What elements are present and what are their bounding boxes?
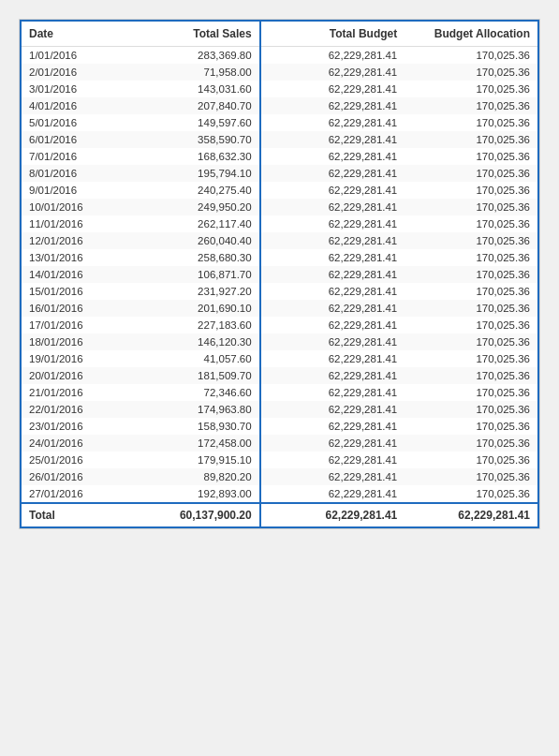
cell-total-sales: 249,950.20 xyxy=(126,199,260,215)
table-row: 23/01/2016158,930.7062,229,281.41170,025… xyxy=(21,418,538,435)
cell-total-sales: 258,680.30 xyxy=(126,249,260,266)
cell-budget-allocation: 170,025.36 xyxy=(405,384,538,401)
cell-date: 26/01/2016 xyxy=(21,468,126,485)
cell-date: 3/01/2016 xyxy=(21,81,126,97)
cell-total-budget: 62,229,281.41 xyxy=(260,468,405,485)
cell-total-budget: 62,229,281.41 xyxy=(260,334,405,350)
cell-budget-allocation: 170,025.36 xyxy=(405,165,538,182)
cell-budget-allocation: 170,025.36 xyxy=(405,452,538,468)
cell-budget-allocation: 170,025.36 xyxy=(405,468,538,485)
header-budget-allocation: Budget Allocation xyxy=(405,21,538,47)
header-date: Date xyxy=(21,21,126,47)
table-row: 5/01/2016149,597.6062,229,281.41170,025.… xyxy=(21,114,538,131)
cell-total-budget: 62,229,281.41 xyxy=(260,367,405,384)
cell-date: 16/01/2016 xyxy=(21,300,126,317)
cell-total-budget: 62,229,281.41 xyxy=(260,64,405,81)
table-row: 14/01/2016106,871.7062,229,281.41170,025… xyxy=(21,266,538,283)
cell-total-budget: 62,229,281.41 xyxy=(260,97,405,114)
footer-label: Total xyxy=(21,503,126,527)
table-row: 25/01/2016179,915.1062,229,281.41170,025… xyxy=(21,452,538,468)
cell-budget-allocation: 170,025.36 xyxy=(405,334,538,350)
cell-total-sales: 240,275.40 xyxy=(126,182,260,199)
table-row: 8/01/2016195,794.1062,229,281.41170,025.… xyxy=(21,165,538,182)
cell-date: 27/01/2016 xyxy=(21,485,126,503)
cell-total-sales: 195,794.10 xyxy=(126,165,260,182)
table-row: 11/01/2016262,117.4062,229,281.41170,025… xyxy=(21,215,538,232)
cell-total-sales: 179,915.10 xyxy=(126,452,260,468)
cell-total-sales: 143,031.60 xyxy=(126,81,260,97)
cell-total-sales: 146,120.30 xyxy=(126,334,260,350)
cell-budget-allocation: 170,025.36 xyxy=(405,232,538,249)
cell-total-budget: 62,229,281.41 xyxy=(260,485,405,503)
table-row: 9/01/2016240,275.4062,229,281.41170,025.… xyxy=(21,182,538,199)
cell-date: 23/01/2016 xyxy=(21,418,126,435)
cell-total-sales: 41,057.60 xyxy=(126,350,260,367)
cell-date: 25/01/2016 xyxy=(21,452,126,468)
cell-budget-allocation: 170,025.36 xyxy=(405,114,538,131)
cell-total-budget: 62,229,281.41 xyxy=(260,283,405,300)
cell-total-budget: 62,229,281.41 xyxy=(260,266,405,283)
table-row: 17/01/2016227,183.6062,229,281.41170,025… xyxy=(21,317,538,334)
table-row: 15/01/2016231,927.2062,229,281.41170,025… xyxy=(21,283,538,300)
cell-total-sales: 231,927.20 xyxy=(126,283,260,300)
footer-total-budget: 62,229,281.41 xyxy=(260,503,405,527)
cell-date: 9/01/2016 xyxy=(21,182,126,199)
cell-budget-allocation: 170,025.36 xyxy=(405,435,538,452)
cell-total-sales: 192,893.00 xyxy=(126,485,260,503)
table-header-row: Date Total Sales Total Budget Budget All… xyxy=(21,21,538,47)
cell-date: 4/01/2016 xyxy=(21,97,126,114)
table-row: 21/01/201672,346.6062,229,281.41170,025.… xyxy=(21,384,538,401)
cell-total-sales: 260,040.40 xyxy=(126,232,260,249)
cell-budget-allocation: 170,025.36 xyxy=(405,401,538,418)
cell-date: 14/01/2016 xyxy=(21,266,126,283)
cell-budget-allocation: 170,025.36 xyxy=(405,47,538,65)
table-row: 10/01/2016249,950.2062,229,281.41170,025… xyxy=(21,199,538,215)
cell-total-budget: 62,229,281.41 xyxy=(260,435,405,452)
cell-budget-allocation: 170,025.36 xyxy=(405,131,538,148)
cell-total-sales: 262,117.40 xyxy=(126,215,260,232)
table-row: 26/01/201689,820.2062,229,281.41170,025.… xyxy=(21,468,538,485)
cell-total-budget: 62,229,281.41 xyxy=(260,81,405,97)
cell-total-budget: 62,229,281.41 xyxy=(260,131,405,148)
cell-total-sales: 72,346.60 xyxy=(126,384,260,401)
cell-date: 13/01/2016 xyxy=(21,249,126,266)
cell-total-budget: 62,229,281.41 xyxy=(260,232,405,249)
cell-total-sales: 71,958.00 xyxy=(126,64,260,81)
cell-total-budget: 62,229,281.41 xyxy=(260,114,405,131)
cell-total-sales: 358,590.70 xyxy=(126,131,260,148)
cell-total-sales: 174,963.80 xyxy=(126,401,260,418)
cell-date: 19/01/2016 xyxy=(21,350,126,367)
cell-total-budget: 62,229,281.41 xyxy=(260,215,405,232)
table-row: 13/01/2016258,680.3062,229,281.41170,025… xyxy=(21,249,538,266)
cell-total-sales: 89,820.20 xyxy=(126,468,260,485)
table-footer-row: Total 60,137,900.20 62,229,281.41 62,229… xyxy=(21,503,538,527)
cell-date: 2/01/2016 xyxy=(21,64,126,81)
table-row: 1/01/2016283,369.8062,229,281.41170,025.… xyxy=(21,47,538,65)
cell-total-budget: 62,229,281.41 xyxy=(260,401,405,418)
cell-total-sales: 168,632.30 xyxy=(126,148,260,165)
table-row: 19/01/201641,057.6062,229,281.41170,025.… xyxy=(21,350,538,367)
cell-date: 24/01/2016 xyxy=(21,435,126,452)
cell-date: 21/01/2016 xyxy=(21,384,126,401)
cell-total-sales: 172,458.00 xyxy=(126,435,260,452)
cell-total-sales: 201,690.10 xyxy=(126,300,260,317)
table-row: 2/01/201671,958.0062,229,281.41170,025.3… xyxy=(21,64,538,81)
table-row: 3/01/2016143,031.6062,229,281.41170,025.… xyxy=(21,81,538,97)
footer-total-sales: 60,137,900.20 xyxy=(126,503,260,527)
cell-budget-allocation: 170,025.36 xyxy=(405,97,538,114)
cell-total-budget: 62,229,281.41 xyxy=(260,350,405,367)
cell-total-sales: 106,871.70 xyxy=(126,266,260,283)
cell-total-budget: 62,229,281.41 xyxy=(260,452,405,468)
cell-budget-allocation: 170,025.36 xyxy=(405,350,538,367)
header-total-sales: Total Sales xyxy=(126,21,260,47)
cell-budget-allocation: 170,025.36 xyxy=(405,266,538,283)
cell-total-sales: 181,509.70 xyxy=(126,367,260,384)
cell-date: 20/01/2016 xyxy=(21,367,126,384)
table-row: 18/01/2016146,120.3062,229,281.41170,025… xyxy=(21,334,538,350)
cell-budget-allocation: 170,025.36 xyxy=(405,249,538,266)
cell-total-budget: 62,229,281.41 xyxy=(260,199,405,215)
cell-date: 1/01/2016 xyxy=(21,47,126,65)
footer-budget-allocation: 62,229,281.41 xyxy=(405,503,538,527)
header-total-budget: Total Budget xyxy=(260,21,405,47)
table-row: 20/01/2016181,509.7062,229,281.41170,025… xyxy=(21,367,538,384)
